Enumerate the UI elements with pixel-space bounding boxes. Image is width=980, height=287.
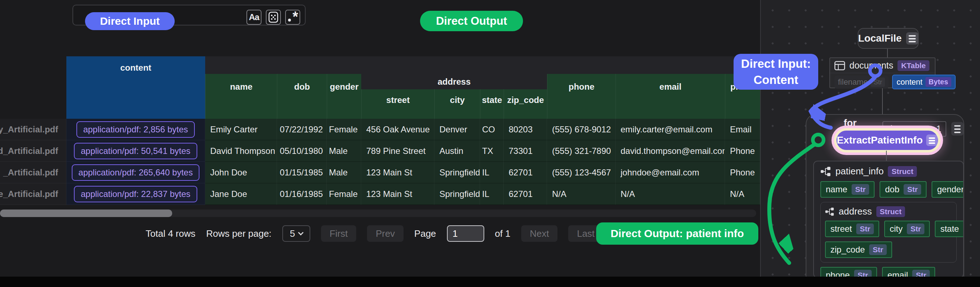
phone-cell: (555) 123-4567 [547,162,616,183]
phone-cell: (555) 678-9012 [547,119,616,140]
gender-cell: Male [327,140,361,162]
email-cell: N/A [616,183,725,205]
field-chip-street[interactable]: street Str [825,221,879,237]
zip-cell: 80203 [504,119,547,140]
phone-cell: (555) 321-7890 [547,140,616,162]
header-spacer [205,56,760,74]
filename-cell: d_Artificial.pdf [0,140,66,162]
content-cell: application/pdf: 265,640 bytes [66,162,205,183]
direct-input-button[interactable]: Direct Input [85,12,175,30]
street-cell: 123 Main St [361,162,434,183]
bottom-bar [0,277,980,287]
preferred-cell: Phone [725,140,760,162]
regex-button[interactable]: * [285,10,300,25]
patient-info-label: patient_info [835,166,883,177]
address-struct-box: address Struct street Str city Str state… [820,202,957,263]
city-cell: Springfield [434,162,480,183]
dob-cell: 01/16/1985 [277,183,327,205]
dob-cell: 05/10/1980 [277,140,327,162]
filename-field-label: filename [838,78,868,87]
city-cell: Denver [434,119,480,140]
content-field-label: content [896,78,922,87]
bytes-badge[interactable]: application/pdf: 22,837 bytes [74,186,197,202]
field-chip-city[interactable]: city Str [884,221,930,237]
table-row: e_Artificial.pdf application/pdf: 22,837… [0,183,760,205]
column-header-zip-code[interactable]: zip_code [504,89,547,119]
content-field-chip[interactable]: content Bytes [892,75,956,89]
matrix-button[interactable] [266,10,281,25]
horizontal-scrollbar[interactable] [0,209,756,217]
page-label: Page [414,228,436,239]
annotation-line: Content [754,72,799,88]
bytes-badge[interactable]: application/pdf: 50,541 bytes [74,143,197,159]
address-label: address [838,206,872,217]
street-cell: 456 Oak Avenue [361,119,434,140]
extract-patient-info-node[interactable]: ExtractPatientInfo [837,131,938,150]
column-header-city[interactable]: city [434,89,480,119]
field-chip-gender[interactable]: gender Str [932,181,964,198]
column-header-phone[interactable]: phone [547,74,616,119]
filename-field-chip[interactable]: filename Str [834,76,889,89]
document-icon [926,134,938,146]
field-label: zip_code [830,245,865,255]
content-cell: application/pdf: 2,856 bytes [66,119,205,140]
bytes-badge[interactable]: application/pdf: 265,640 bytes [72,164,200,181]
field-chip-name[interactable]: name Str [820,181,875,198]
column-header-gender[interactable]: gender [327,74,361,119]
column-header-state[interactable]: state [480,89,504,119]
page-input[interactable] [447,225,484,242]
bytes-badge[interactable]: application/pdf: 2,856 bytes [76,121,195,138]
state-cell: IL [480,162,504,183]
first-page-button[interactable]: First [321,225,356,242]
prev-page-button[interactable]: Prev [367,225,403,242]
column-header-street[interactable]: street [361,89,434,119]
field-label: street [830,224,852,234]
gender-cell: Male [327,162,361,183]
content-type-badge: Bytes [926,77,951,87]
filename-type-badge: Str [870,78,885,87]
name-cell: John Doe [205,162,277,183]
patient-info-node[interactable]: patient_info Struct name Str dob Str gen… [813,161,964,278]
rows-per-page-value: 5 [290,228,295,239]
direct-output-button[interactable]: Direct Output [420,11,523,31]
preferred-cell: Email [725,119,760,140]
field-chip-zip-code[interactable]: zip_code Str [825,241,892,258]
table-body: y_Artificial.pdf application/pdf: 2,856 … [0,119,760,205]
rows-per-page-label: Rows per page: [206,228,272,239]
email-cell: david.thompson@email.com [616,140,725,162]
next-page-button[interactable]: Next [521,225,557,242]
field-label: name [826,184,847,195]
text-case-button[interactable]: Aa [247,10,261,25]
struct-icon [825,207,834,216]
field-chip-dob[interactable]: dob Str [880,181,927,198]
document-icon[interactable] [951,122,964,136]
state-cell: IL [480,183,504,205]
scrollbar-thumb[interactable] [0,209,172,217]
localfile-node[interactable]: LocalFile [858,28,919,49]
matrix-icon [268,11,278,23]
rows-per-page-select[interactable]: 5 [282,225,310,242]
filename-cell: _Artificial.pdf [0,162,66,183]
column-header-name[interactable]: name [205,74,277,119]
documents-node[interactable]: documents KTable filename Str content By… [829,57,935,88]
column-header-content[interactable]: content [66,56,205,119]
dob-cell: 07/22/1992 [277,119,327,140]
table-icon [834,61,845,70]
ktable-preview: content name dob gender address street c… [0,56,760,207]
column-header-email[interactable]: email [616,74,725,119]
content-cell: application/pdf: 22,837 bytes [66,183,205,205]
field-chip-state[interactable]: state Str [935,221,964,237]
total-rows-label: Total 4 rows [146,228,196,239]
content-cell: application/pdf: 50,541 bytes [66,140,205,162]
str-type-badge: Str [856,223,874,234]
zip-cell: 62701 [504,162,547,183]
direct-output-patient-info-annotation: Direct Output: patient info [596,222,758,245]
document-icon [906,32,918,45]
name-cell: Jane Doe [205,183,277,205]
column-header-dob[interactable]: dob [277,74,327,119]
zip-cell: 73301 [504,140,547,162]
struct-type-badge: Struct [888,166,917,177]
state-cell: TX [480,140,504,162]
column-group-address[interactable]: address [361,74,547,89]
city-cell: Austin [434,140,480,162]
